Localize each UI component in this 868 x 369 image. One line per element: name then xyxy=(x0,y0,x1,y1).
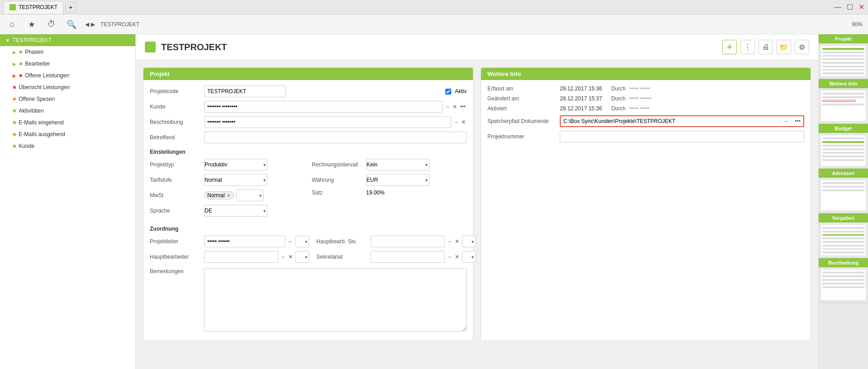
weitere-info-card: Weitere Info Erfasst am 28.12.2017 15:36… xyxy=(481,67,811,341)
sidebar-item-uebersicht-leistungen[interactable]: ■ Übersicht Leistungen xyxy=(0,81,135,93)
bemerkungen-textarea[interactable] xyxy=(204,268,467,331)
sidebar-item-bearbeiter[interactable]: ▶ ■ Bearbeiter xyxy=(0,58,135,70)
projektleiter-arrow-btn[interactable]: → xyxy=(286,238,294,245)
hauptbearb-stv-select[interactable] xyxy=(462,236,476,247)
thumb-line xyxy=(822,96,864,98)
beschreibung-input[interactable] xyxy=(204,116,451,128)
emails-ausgehend-icon: ■ xyxy=(13,131,16,137)
thumb-line xyxy=(822,52,864,53)
kunde-more-btn[interactable]: ••• xyxy=(459,104,467,110)
sidebar-label-offene-spesen: Offene Spesen xyxy=(19,96,55,102)
hauptbearb-stv-input[interactable] xyxy=(371,236,445,247)
hauptbearbeiter-clear-btn[interactable]: ✕ xyxy=(287,254,294,260)
thumb-line xyxy=(822,248,864,250)
nav-home-icon[interactable]: ⌂ xyxy=(5,18,18,31)
thumb-line xyxy=(822,148,864,150)
speicherpfad-more-btn[interactable]: ••• xyxy=(792,118,803,124)
thumb-label-weitere-info[interactable]: Weitere Info xyxy=(819,79,868,88)
betreffend-input[interactable] xyxy=(204,132,467,143)
kunde-clear-btn[interactable]: ✕ xyxy=(452,104,458,110)
projektnummer-input[interactable] xyxy=(560,131,804,142)
sidebar-item-offene-leistungen[interactable]: ▶ ■ Offene Leistungen xyxy=(0,70,135,81)
thumb-line xyxy=(822,62,864,64)
folder-button[interactable]: 📁 xyxy=(777,40,791,54)
breadcrumb-text: TESTPROJEKT xyxy=(100,21,139,28)
thumb-line xyxy=(822,93,864,95)
sekretariat-input[interactable] xyxy=(371,251,445,263)
geaendert-date: 28.12.2017 15:37 xyxy=(560,95,602,102)
minimize-button[interactable]: — xyxy=(834,3,841,11)
speicherpfad-input[interactable] xyxy=(561,117,780,125)
weitere-info-card-body: Erfasst am 28.12.2017 15:36 Durch ••••• … xyxy=(481,80,811,151)
sidebar-item-emails-ausgehend[interactable]: ■ E-Mails ausgehend xyxy=(0,128,135,140)
hauptbearb-stv-clear-btn[interactable]: ✕ xyxy=(454,238,460,245)
print-button[interactable]: 🖨 xyxy=(758,40,773,54)
sekretariat-clear-btn[interactable]: ✕ xyxy=(454,254,460,260)
tarifstufe-select[interactable]: Normal xyxy=(204,174,267,186)
aktiviert-label: Aktiviert xyxy=(487,105,560,112)
mwst-select-wrapper xyxy=(236,189,263,201)
beschreibung-arrow-btn[interactable]: → xyxy=(452,119,459,125)
beschreibung-row: Beschreibung → ✕ xyxy=(150,116,467,128)
tarifstufe-select-wrapper: Normal xyxy=(204,174,267,186)
breadcrumb-back[interactable]: ◀ xyxy=(85,21,89,28)
rechnungsintervall-select[interactable]: Kein xyxy=(366,159,429,170)
erfasst-label: Erfasst am xyxy=(487,85,560,92)
beschreibung-label: Beschreibung xyxy=(150,119,204,125)
projektleiter-select[interactable] xyxy=(296,236,309,247)
more-button[interactable]: ⋮ xyxy=(740,40,755,54)
zuordnung-cols: Projektleiter → xyxy=(150,236,467,266)
new-tab-button[interactable]: + xyxy=(65,2,76,13)
projektcode-input[interactable] xyxy=(204,85,286,97)
rechnungsintervall-row: Rechnungsintervall Kein xyxy=(312,159,467,170)
rechnungsintervall-select-wrapper: Kein xyxy=(366,159,429,170)
title-bar-left: TESTPROJEKT + xyxy=(4,1,76,14)
nav-history-icon[interactable]: ⏱ xyxy=(45,18,58,31)
waehrung-select[interactable]: EUR xyxy=(366,174,429,186)
thumb-line xyxy=(822,156,864,157)
thumb-label-projekt[interactable]: Projekt xyxy=(819,34,868,43)
sprache-select[interactable]: DE xyxy=(204,205,267,217)
mwst-clear-btn[interactable]: ✕ xyxy=(226,193,231,198)
sidebar-item-phasen[interactable]: ▶ ■ Phasen xyxy=(0,46,135,58)
sidebar-item-offene-spesen[interactable]: ■ Offene Spesen xyxy=(0,93,135,105)
breadcrumb-forward[interactable]: ▶ xyxy=(91,21,95,28)
hauptbearbeiter-select[interactable] xyxy=(296,251,309,263)
aktiv-checkbox[interactable] xyxy=(445,89,451,95)
sekretariat-arrow-btn[interactable]: → xyxy=(446,254,453,260)
projekttyp-select-wrapper: Produktiv xyxy=(204,159,267,170)
sidebar-item-root[interactable]: ▼ TESTPROJEKT xyxy=(0,34,135,46)
nav-star-icon[interactable]: ★ xyxy=(25,18,38,31)
thumb-line xyxy=(822,66,864,67)
beschreibung-clear-btn[interactable]: ✕ xyxy=(460,119,467,125)
beschreibung-input-wrapper: → ✕ xyxy=(204,116,467,128)
projekttyp-select[interactable]: Produktiv xyxy=(204,159,267,170)
projekt-card: Projekt Projektcode Aktiv Kunde xyxy=(143,67,473,341)
settings-button[interactable]: ⚙ xyxy=(795,40,809,54)
zuordnung-right: Hauptbearb. Stv. → ✕ xyxy=(316,236,476,266)
hauptbearbeiter-arrow-btn[interactable]: → xyxy=(279,254,286,260)
thumb-line xyxy=(822,159,864,161)
thumb-label-adressen[interactable]: Adressen xyxy=(819,169,868,178)
close-button[interactable]: ✕ xyxy=(858,3,864,11)
kunde-input[interactable] xyxy=(204,101,443,113)
thumb-label-budget[interactable]: Budget xyxy=(819,124,868,133)
speicherpfad-arrow-btn[interactable]: → xyxy=(780,118,792,124)
thumb-label-vorgaben[interactable]: Vorgaben xyxy=(819,213,868,222)
page-header: TESTPROJEKT + ⋮ 🖨 📁 ⚙ xyxy=(136,34,818,60)
add-button[interactable]: + xyxy=(722,40,737,54)
sekretariat-select[interactable] xyxy=(462,251,476,263)
thumb-label-buchhaltung[interactable]: Buchhaltung xyxy=(819,258,868,267)
maximize-button[interactable]: ☐ xyxy=(847,3,853,11)
projektleiter-input[interactable] xyxy=(204,236,286,247)
sidebar-item-emails-eingehend[interactable]: ■ E-Mails eingehend xyxy=(0,117,135,128)
kunde-arrow-btn[interactable]: → xyxy=(444,104,451,110)
nav-search-icon[interactable]: 🔍 xyxy=(65,18,78,31)
tab-testprojekt[interactable]: TESTPROJEKT xyxy=(4,1,63,14)
sidebar-item-aktivitaeten[interactable]: ■ Aktivitäten xyxy=(0,105,135,117)
hauptbearbeiter-input[interactable] xyxy=(204,251,278,263)
hauptbearbeiter-row: Hauptbearbeiter → ✕ xyxy=(150,251,309,263)
sidebar-item-kunde[interactable]: ■ Kunde xyxy=(0,140,135,152)
hauptbearb-stv-arrow-btn[interactable]: → xyxy=(446,238,453,245)
mwst-select[interactable] xyxy=(236,189,263,201)
